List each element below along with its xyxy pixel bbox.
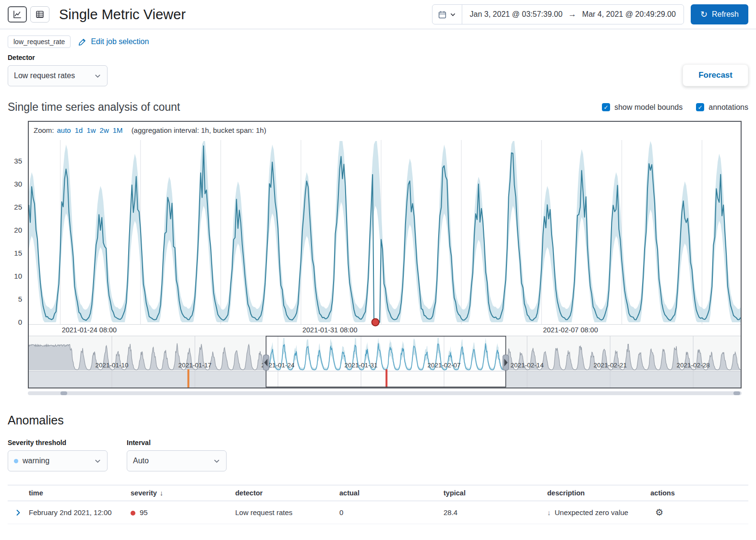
chart-scrollbar[interactable] bbox=[28, 391, 742, 395]
chart-section: 05101520253035 Zoom: auto1d1w2w1M (aggre… bbox=[0, 114, 756, 388]
interval-select[interactable]: Auto bbox=[127, 450, 227, 471]
svg-text:2021-01-10: 2021-01-10 bbox=[95, 362, 128, 369]
zoom-label: Zoom: bbox=[34, 126, 54, 134]
anomaly-severity: 95 bbox=[131, 508, 235, 517]
severity-threshold-label: Severity threshold bbox=[8, 439, 108, 446]
edit-job-selection-label: Edit job selection bbox=[91, 37, 149, 46]
svg-text:2021-01-24 08:00: 2021-01-24 08:00 bbox=[62, 326, 117, 334]
anomalies-section: Anomalies Severity threshold warning Int… bbox=[0, 395, 756, 524]
anomaly-actions: ⚙ bbox=[650, 507, 748, 518]
column-header-typical[interactable]: typical bbox=[444, 489, 547, 497]
zoom-option-auto[interactable]: auto bbox=[57, 126, 71, 134]
y-tick-10: 10 bbox=[14, 272, 22, 280]
zoom-bar: Zoom: auto1d1w2w1M (aggregation interval… bbox=[29, 122, 741, 138]
zoom-option-2w[interactable]: 2w bbox=[100, 126, 109, 134]
forecast-button[interactable]: Forecast bbox=[683, 64, 748, 86]
chevron-down-icon bbox=[94, 458, 101, 465]
arrow-right-icon: → bbox=[568, 10, 576, 19]
y-tick-35: 35 bbox=[14, 157, 22, 165]
checkbox-checked-icon: ✓ bbox=[696, 103, 704, 111]
svg-text:2021-01-17: 2021-01-17 bbox=[178, 362, 211, 369]
column-header-time[interactable]: time bbox=[29, 489, 131, 497]
edit-job-selection-link[interactable]: Edit job selection bbox=[78, 37, 149, 46]
time-range-start[interactable]: Jan 3, 2021 @ 03:57:39.00 bbox=[470, 10, 563, 19]
annotations-label: annotations bbox=[708, 103, 748, 112]
refresh-button[interactable]: ↻ Refresh bbox=[691, 4, 748, 24]
svg-text:2021-02-28: 2021-02-28 bbox=[677, 362, 710, 369]
calendar-icon bbox=[438, 11, 446, 19]
series-section-header: Single time series analysis of count ✓ s… bbox=[0, 86, 756, 114]
detector-section: Detector Low request rates Forecast bbox=[0, 50, 756, 86]
anomaly-typical: 28.4 bbox=[444, 508, 547, 517]
column-header-actual[interactable]: actual bbox=[339, 489, 444, 497]
time-series-chart-panel: Zoom: auto1d1w2w1M (aggregation interval… bbox=[28, 121, 742, 388]
chart-scrollbar-row bbox=[0, 388, 756, 395]
svg-text:2021-02-14: 2021-02-14 bbox=[511, 362, 544, 369]
arrow-down-icon: ↓ bbox=[547, 508, 551, 517]
aggregation-interval-label: (aggregation interval: 1h, bucket span: … bbox=[132, 126, 266, 134]
y-tick-25: 25 bbox=[14, 203, 22, 211]
page-title: Single Metric Viewer bbox=[59, 7, 186, 23]
scrollbar-right-handle[interactable] bbox=[733, 391, 740, 395]
severity-selected-value: warning bbox=[23, 457, 49, 465]
line-chart-icon bbox=[12, 10, 22, 19]
chevron-down-icon bbox=[450, 12, 456, 18]
severity-critical-icon bbox=[131, 511, 135, 516]
y-tick-30: 30 bbox=[14, 180, 22, 188]
model-bounds-area bbox=[29, 141, 741, 322]
scrollbar-left-handle[interactable] bbox=[60, 391, 67, 395]
chevron-down-icon bbox=[94, 72, 101, 80]
table-view-button[interactable] bbox=[30, 6, 49, 23]
time-range-end[interactable]: Mar 4, 2021 @ 20:49:29.00 bbox=[582, 10, 676, 19]
column-header-detector[interactable]: detector bbox=[235, 489, 339, 497]
column-header-description[interactable]: description bbox=[547, 489, 650, 497]
svg-text:2021-02-21: 2021-02-21 bbox=[594, 362, 627, 369]
severity-threshold-select[interactable]: warning bbox=[8, 450, 108, 471]
y-tick-15: 15 bbox=[14, 249, 22, 257]
chevron-down-icon bbox=[213, 458, 220, 465]
severity-warning-dot-icon bbox=[14, 459, 18, 463]
y-tick-20: 20 bbox=[14, 226, 22, 234]
anomaly-marker bbox=[385, 369, 387, 387]
column-header-severity[interactable]: severity↓ bbox=[131, 489, 235, 497]
gear-icon[interactable]: ⚙ bbox=[650, 507, 663, 517]
context-chart[interactable]: 2021-01-102021-01-172021-01-242021-01-31… bbox=[29, 336, 741, 387]
main-chart[interactable]: 2021-01-24 08:002021-01-31 08:002021-02-… bbox=[29, 138, 741, 336]
show-model-bounds-checkbox[interactable]: ✓ show model bounds bbox=[602, 103, 683, 112]
time-range-picker: Jan 3, 2021 @ 03:57:39.00 → Mar 4, 2021 … bbox=[432, 4, 684, 24]
view-toggle bbox=[8, 6, 49, 23]
anomaly-marker-dot bbox=[372, 319, 379, 326]
anomalies-table-header: timeseverity↓detectoractualtypicaldescri… bbox=[8, 485, 748, 501]
job-id-badge: low_request_rate bbox=[8, 35, 71, 48]
zoom-option-1d[interactable]: 1d bbox=[75, 126, 83, 134]
svg-text:2021-02-07 08:00: 2021-02-07 08:00 bbox=[543, 326, 598, 334]
job-selection-bar: low_request_rate Edit job selection bbox=[0, 29, 756, 50]
app-header: Single Metric Viewer Jan 3, 2021 @ 03:57… bbox=[0, 0, 756, 29]
anomaly-description: ↓Unexpected zero value bbox=[547, 508, 650, 517]
anomalies-heading: Anomalies bbox=[8, 413, 748, 427]
checkbox-checked-icon: ✓ bbox=[602, 103, 610, 111]
y-tick-0: 0 bbox=[18, 318, 22, 326]
detector-label: Detector bbox=[8, 54, 108, 61]
detector-select[interactable]: Low request rates bbox=[8, 65, 108, 86]
refresh-label: Refresh bbox=[712, 10, 739, 19]
expand-row-button[interactable] bbox=[8, 509, 29, 517]
sort-desc-icon: ↓ bbox=[160, 489, 163, 497]
annotation-marker bbox=[187, 369, 189, 387]
quick-select-button[interactable] bbox=[432, 5, 462, 24]
anomaly-row: February 2nd 2021, 12:0095Low request ra… bbox=[8, 501, 748, 524]
zoom-option-1w[interactable]: 1w bbox=[86, 126, 96, 134]
interval-label: Interval bbox=[127, 439, 227, 446]
anomaly-time: February 2nd 2021, 12:00 bbox=[29, 508, 131, 517]
annotations-checkbox[interactable]: ✓ annotations bbox=[696, 103, 748, 112]
anomalies-table-body: February 2nd 2021, 12:0095Low request ra… bbox=[8, 501, 748, 524]
chart-view-button[interactable] bbox=[8, 6, 27, 23]
svg-text:2021-01-31 08:00: 2021-01-31 08:00 bbox=[302, 326, 358, 334]
time-range-display: Jan 3, 2021 @ 03:57:39.00 → Mar 4, 2021 … bbox=[462, 5, 684, 24]
anomaly-detector: Low request rates bbox=[235, 508, 339, 517]
zoom-options: auto1d1w2w1M bbox=[57, 126, 123, 134]
zoom-option-1M[interactable]: 1M bbox=[113, 126, 123, 134]
column-header-actions[interactable]: actions bbox=[650, 489, 748, 497]
chevron-right-icon bbox=[14, 509, 22, 517]
detector-selected-value: Low request rates bbox=[14, 71, 75, 80]
